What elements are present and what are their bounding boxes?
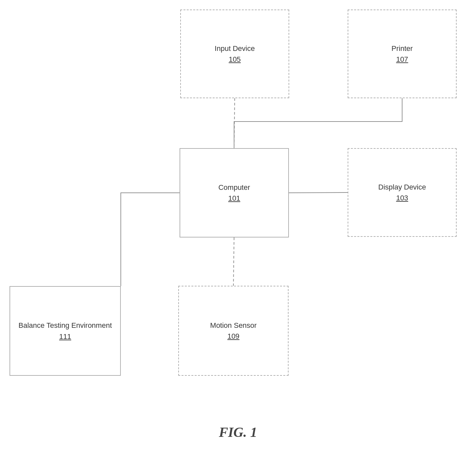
motion-sensor-box: Motion Sensor 109 [178, 286, 289, 376]
printer-box: Printer 107 [348, 10, 457, 98]
motion-sensor-label: Motion Sensor [210, 321, 257, 330]
diagram-container: Input Device 105 Printer 107 Computer 10… [0, 0, 476, 420]
svg-line-0 [234, 98, 235, 148]
computer-box: Computer 101 [180, 148, 289, 237]
balance-testing-number: 111 [59, 332, 71, 341]
input-device-label: Input Device [215, 44, 255, 54]
svg-line-1 [289, 192, 348, 193]
display-device-number: 103 [396, 194, 408, 202]
svg-line-2 [233, 237, 234, 286]
computer-label: Computer [218, 183, 250, 192]
computer-number: 101 [228, 194, 240, 203]
balance-testing-label: Balance Testing Environment [18, 321, 112, 330]
input-device-box: Input Device 105 [180, 10, 289, 98]
motion-sensor-number: 109 [227, 332, 240, 341]
printer-number: 107 [396, 55, 408, 64]
display-device-label: Display Device [378, 183, 426, 192]
input-device-number: 105 [229, 55, 241, 64]
printer-label: Printer [392, 44, 413, 54]
fig-label-text: FIG. 1 [219, 425, 257, 440]
figure-label: FIG. 1 [0, 424, 476, 440]
display-device-box: Display Device 103 [348, 148, 457, 237]
balance-testing-box: Balance Testing Environment 111 [10, 286, 121, 376]
